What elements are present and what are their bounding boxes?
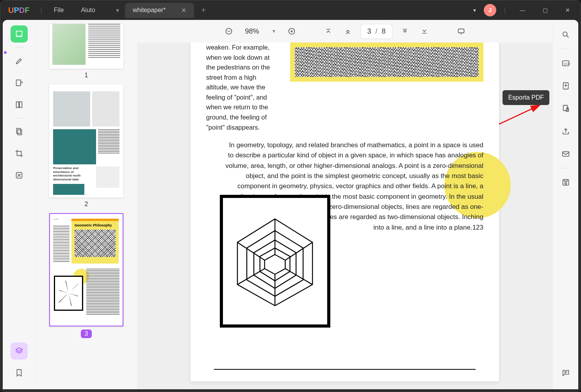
svg-rect-1 xyxy=(16,102,18,108)
app-window: UPDF | File Aiuto ▾ whitepaper* ✕ + ▾ J … xyxy=(0,0,581,392)
spiral-image xyxy=(220,195,330,328)
layers-button[interactable] xyxy=(11,342,28,360)
tab-dropdown-icon[interactable]: ▾ xyxy=(112,7,123,14)
svg-rect-4 xyxy=(18,130,21,135)
email-button[interactable] xyxy=(557,145,574,162)
main-area: 98% ▼ 3 / 8 xyxy=(137,20,552,389)
first-page-button[interactable] xyxy=(321,24,335,38)
export-tooltip: Esporta PDF xyxy=(503,90,549,105)
svg-rect-26 xyxy=(562,152,569,157)
close-button[interactable]: ✕ xyxy=(559,1,577,19)
pages-tool-button[interactable] xyxy=(11,96,28,113)
left-rail xyxy=(3,20,36,389)
zoom-dropdown-icon[interactable]: ▼ xyxy=(269,29,280,34)
page-footer-rule xyxy=(214,369,476,370)
add-tab-button[interactable]: + xyxy=(194,6,213,15)
tabbar: ▾ whitepaper* ✕ + xyxy=(112,3,213,18)
right-rail: OCR xyxy=(552,20,578,389)
tab-active[interactable]: whitepaper* ✕ xyxy=(125,3,194,18)
presentation-button[interactable] xyxy=(454,24,468,38)
page-input[interactable]: 3 / 8 xyxy=(360,24,392,39)
thumbnail-page-number: 1 xyxy=(85,72,88,79)
export-pdf-button[interactable] xyxy=(557,77,574,94)
page-toolbar: 98% ▼ 3 / 8 xyxy=(137,20,552,43)
svg-rect-2 xyxy=(19,102,21,108)
chevron-down-icon[interactable]: ▾ xyxy=(470,4,479,16)
titlebar: UPDF | File Aiuto ▾ whitepaper* ✕ + ▾ J … xyxy=(0,0,581,20)
thumbnail-item[interactable]: 1 xyxy=(42,24,131,79)
thumb2-heading: Preservation and inheritance of architec… xyxy=(53,166,92,181)
minimize-button[interactable]: ― xyxy=(513,1,531,19)
thumbnail-page-number: 2 xyxy=(85,201,88,208)
redact-tool-button[interactable] xyxy=(11,167,28,184)
menu-help[interactable]: Aiuto xyxy=(72,7,103,14)
thumb3-heading: Geometric Philosophy xyxy=(71,221,119,230)
ocr-button[interactable]: OCR xyxy=(557,55,574,72)
comments-button[interactable] xyxy=(557,364,574,381)
close-icon[interactable]: ✕ xyxy=(181,7,186,14)
thumbnail-panel[interactable]: 1 Preservation and inheritance of archit… xyxy=(36,20,137,389)
svg-point-28 xyxy=(565,182,567,184)
prev-page-button[interactable] xyxy=(341,24,355,38)
svg-text:OCR: OCR xyxy=(563,62,570,66)
maximize-button[interactable]: ▢ xyxy=(536,1,554,19)
thumbnail-item[interactable]: Preservation and inheritance of architec… xyxy=(42,84,131,208)
paragraph-left: weaken. For example, when we look down a… xyxy=(206,43,278,132)
svg-rect-0 xyxy=(16,80,20,86)
avatar[interactable]: J xyxy=(484,4,496,16)
reader-mode-button[interactable] xyxy=(11,25,28,43)
svg-rect-8 xyxy=(458,29,464,33)
share-button[interactable] xyxy=(557,123,574,140)
tab-title: whitepaper* xyxy=(133,7,166,14)
bookmark-button[interactable] xyxy=(11,364,28,381)
search-button[interactable] xyxy=(557,26,574,43)
workspace: 1 Preservation and inheritance of archit… xyxy=(3,20,578,389)
next-page-button[interactable] xyxy=(398,24,412,38)
zoom-in-button[interactable] xyxy=(285,24,299,38)
mesh-image xyxy=(290,43,483,82)
thumbnail-item[interactable]: p.13 Geometric Philosophy 3 xyxy=(42,213,131,338)
menu-file[interactable]: File xyxy=(45,7,73,14)
zoom-out-button[interactable] xyxy=(222,24,236,38)
thumbnail-page-number: 3 xyxy=(81,330,92,338)
save-button[interactable] xyxy=(557,174,574,191)
compress-tool-button[interactable] xyxy=(11,123,28,140)
svg-marker-13 xyxy=(265,255,285,274)
highlight-tool-button[interactable] xyxy=(11,52,28,69)
edit-tool-button[interactable] xyxy=(11,74,28,91)
last-page-button[interactable] xyxy=(417,24,431,38)
document-viewport[interactable]: weaken. For example, when we look down a… xyxy=(137,43,552,389)
zoom-value: 98% xyxy=(241,27,263,36)
protect-button[interactable] xyxy=(557,100,574,117)
app-logo: UPDF xyxy=(0,6,37,15)
side-indicator-dot xyxy=(4,51,7,54)
svg-point-20 xyxy=(563,32,567,36)
document-page: weaken. For example, when we look down a… xyxy=(191,43,499,381)
svg-rect-3 xyxy=(16,128,20,134)
crop-tool-button[interactable] xyxy=(11,145,28,162)
